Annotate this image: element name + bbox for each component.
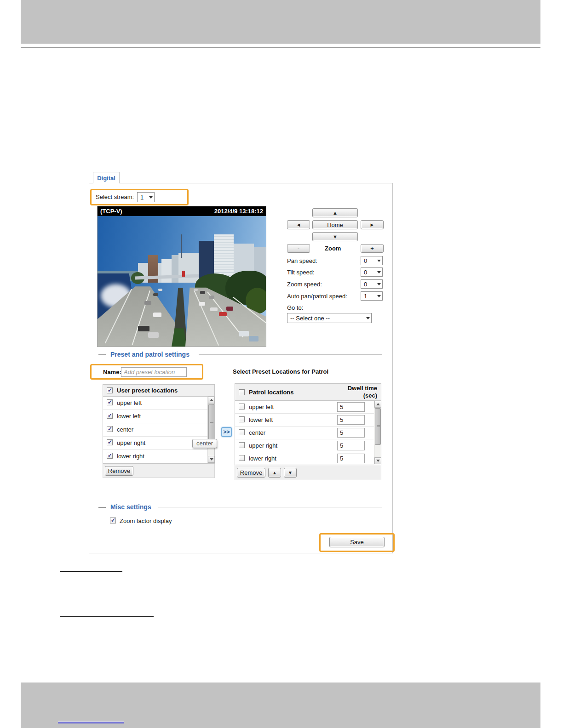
pan-speed-dropdown[interactable]: 0 xyxy=(361,256,383,265)
dropdown-arrow-icon xyxy=(366,317,370,319)
home-button[interactable]: Home xyxy=(312,220,358,229)
list-item[interactable]: upper left xyxy=(103,397,214,410)
table-row[interactable]: upper right xyxy=(235,439,381,452)
patrol-move-down-button[interactable]: ▼ xyxy=(284,468,297,478)
dropdown-arrow-icon xyxy=(377,260,381,262)
goto-dropdown[interactable]: -- Select one -- xyxy=(287,313,372,323)
auto-pan-patrol-speed-label: Auto pan/patrol speed: xyxy=(287,293,347,300)
goto-label: Go to: xyxy=(287,304,303,311)
video-title-bar: (TCP-V) 2012/4/9 13:18:12 xyxy=(98,206,266,216)
item-checkbox[interactable] xyxy=(107,439,113,445)
manual-page: Digital Select stream: 1 (TCP-V) 2012/4/… xyxy=(0,0,563,728)
item-checkbox[interactable] xyxy=(107,426,113,432)
tilt-speed-label: Tilt speed: xyxy=(287,269,315,276)
table-row[interactable]: lower right xyxy=(235,452,381,465)
tab-digital-label: Digital xyxy=(97,175,115,182)
add-to-patrol-button[interactable]: >> xyxy=(221,427,232,437)
pan-right-button[interactable]: ► xyxy=(361,220,384,229)
item-checkbox[interactable] xyxy=(239,455,245,461)
patrol-remove-button[interactable]: Remove xyxy=(237,468,265,478)
item-checkbox[interactable] xyxy=(239,429,245,435)
section-dash xyxy=(98,507,106,508)
dropdown-arrow-icon xyxy=(149,196,153,199)
zoom-in-button[interactable]: + xyxy=(361,244,384,253)
patrol-move-up-button[interactable]: ▲ xyxy=(268,468,281,478)
digital-ptz-panel: Select stream: 1 (TCP-V) 2012/4/9 13:18:… xyxy=(89,183,393,553)
misc-section-title: Misc settings xyxy=(110,503,151,511)
video-timestamp: 2012/4/9 13:18:12 xyxy=(214,208,263,215)
dwell-time-header: Dwell time xyxy=(348,385,377,392)
item-checkbox[interactable] xyxy=(239,416,245,422)
auto-pan-patrol-speed-dropdown[interactable]: 1 xyxy=(361,291,383,301)
dwell-time-unit: (sec) xyxy=(363,392,377,399)
footer-link[interactable] xyxy=(58,721,124,723)
scrollbar-thumb[interactable] xyxy=(375,408,381,445)
user-preset-header: User preset locations xyxy=(103,384,215,397)
item-checkbox[interactable] xyxy=(107,453,113,459)
pan-left-button[interactable]: ◄ xyxy=(287,220,310,229)
dropdown-arrow-icon xyxy=(377,283,381,285)
dropdown-arrow-icon xyxy=(377,271,381,273)
list-item[interactable]: lower left xyxy=(103,410,214,423)
zoom-speed-label: Zoom speed: xyxy=(287,281,322,288)
item-checkbox[interactable] xyxy=(239,404,245,410)
up-arrow-icon: ▲ xyxy=(272,470,277,475)
dwell-time-input[interactable] xyxy=(337,441,365,450)
video-protocol: (TCP-V) xyxy=(100,208,122,215)
patrol-select-all-checkbox[interactable] xyxy=(239,389,245,395)
user-remove-button[interactable]: Remove xyxy=(105,466,133,476)
right-arrow-icon: ► xyxy=(370,222,375,228)
save-button[interactable]: Save xyxy=(329,537,385,547)
section-line xyxy=(199,354,382,355)
header-divider xyxy=(21,47,540,48)
preset-name-input[interactable] xyxy=(121,367,187,377)
patrol-list-scrollbar[interactable] xyxy=(374,401,381,464)
pan-up-button[interactable]: ▲ xyxy=(312,208,358,217)
select-stream-dropdown[interactable]: 1 xyxy=(137,192,155,202)
zoom-factor-display-checkbox[interactable] xyxy=(110,518,116,523)
patrol-list: upper left lower left center upper right xyxy=(235,401,381,465)
item-checkbox[interactable] xyxy=(239,442,245,448)
section-line xyxy=(158,507,382,507)
tilt-speed-dropdown[interactable]: 0 xyxy=(361,267,383,277)
patrol-header-label: Patrol locations xyxy=(249,389,294,396)
plus-icon: + xyxy=(370,245,374,252)
table-row[interactable]: upper left xyxy=(235,401,381,414)
zoom-out-button[interactable]: - xyxy=(287,244,310,253)
dwell-time-input[interactable] xyxy=(337,415,365,425)
scrollbar-thumb[interactable] xyxy=(208,404,214,444)
zoom-label: Zoom xyxy=(325,245,341,252)
dropdown-arrow-icon xyxy=(377,295,381,297)
underlined-heading-rule-2 xyxy=(60,616,154,617)
scroll-down-icon[interactable] xyxy=(208,456,215,463)
dwell-time-input[interactable] xyxy=(337,428,365,438)
zoom-speed-dropdown[interactable]: 0 xyxy=(361,279,383,289)
preset-name-label: Name: xyxy=(103,369,121,375)
tab-digital[interactable]: Digital xyxy=(93,172,120,183)
user-preset-list: upper left lower left center upper right… xyxy=(103,397,215,464)
zoom-factor-display-label: Zoom factor display xyxy=(120,518,172,524)
list-item[interactable]: lower right xyxy=(103,450,214,463)
patrol-list-footer: Remove ▲ ▼ xyxy=(235,465,381,480)
item-checkbox[interactable] xyxy=(107,413,113,419)
user-list-scrollbar[interactable] xyxy=(207,397,214,463)
pan-down-button[interactable]: ▼ xyxy=(312,232,358,241)
scroll-down-icon[interactable] xyxy=(374,457,381,464)
dwell-time-input[interactable] xyxy=(337,454,365,463)
item-checkbox[interactable] xyxy=(107,399,113,405)
list-item[interactable]: center xyxy=(103,423,214,437)
preset-section-title: Preset and patrol settings xyxy=(110,351,190,358)
table-row[interactable]: lower left xyxy=(235,414,381,427)
user-preset-select-all-checkbox[interactable] xyxy=(107,387,113,393)
scroll-up-icon[interactable] xyxy=(374,401,381,408)
scroll-up-icon[interactable] xyxy=(208,397,215,404)
table-row[interactable]: center xyxy=(235,427,381,439)
double-chevron-right-icon: >> xyxy=(223,429,230,435)
tooltip: center xyxy=(192,439,217,448)
video-live-view[interactable] xyxy=(98,216,266,347)
up-arrow-icon: ▲ xyxy=(333,210,338,216)
video-frame: (TCP-V) 2012/4/9 13:18:12 xyxy=(97,206,266,347)
underlined-heading-rule-1 xyxy=(60,571,122,572)
dwell-time-input[interactable] xyxy=(337,402,365,412)
minus-icon: - xyxy=(298,245,299,252)
